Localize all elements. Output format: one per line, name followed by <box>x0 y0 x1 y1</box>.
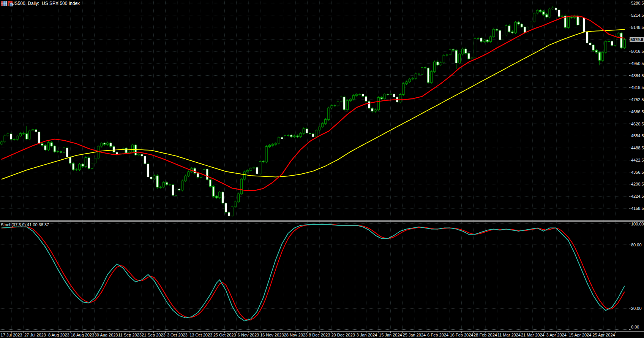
price-axis-label: 5280.5 <box>631 1 644 5</box>
price-axis-label: 4950.5 <box>631 62 644 66</box>
price-axis-label: 4356.5 <box>631 170 644 175</box>
price-axis-label: 4488.5 <box>631 146 644 150</box>
time-axis-label: 6 Nov 2023 <box>238 333 259 337</box>
time-axis-label: 6 Feb 2024 <box>427 333 448 337</box>
price-axis-label: 5214.5 <box>631 13 644 17</box>
time-axis-label: 16 Feb 2024 <box>450 333 474 337</box>
time-axis-label: 11 Sep 2023 <box>118 333 142 337</box>
price-axis-label: 4752.5 <box>631 98 644 102</box>
price-axis-label: 4290.5 <box>631 182 644 186</box>
time-axis-label: 20 Dec 2023 <box>331 333 355 337</box>
time-axis-label: 8 Aug 2023 <box>48 333 69 337</box>
price-axis-label: 4884.5 <box>631 74 644 78</box>
price-axis-label: 5148.5 <box>631 25 644 30</box>
price-axis-label: 4422.5 <box>631 158 644 162</box>
time-axis-label: 15 Jan 2024 <box>379 333 402 337</box>
stochastic-indicator-label: Stoch(37,3,9) 41.00 38.37 <box>1 222 49 227</box>
time-axis-label: 16 Nov 2023 <box>260 333 284 337</box>
stoch-axis-label: 80.00 <box>631 243 642 247</box>
stoch-axis-label: 20.00 <box>631 306 642 311</box>
time-axis-label: 27 Jul 2023 <box>24 333 46 337</box>
time-axis-label: 8 Dec 2023 <box>309 333 330 337</box>
time-axis-label: 15 Apr 2024 <box>569 333 591 337</box>
chart-window: US500, Daily: US SPX 500 Index Stoch(37,… <box>0 0 644 338</box>
time-axis-label: 13 Oct 2023 <box>189 333 212 337</box>
time-axis-label: 18 Aug 2023 <box>71 333 94 337</box>
stoch-axis-label: 100.00 <box>631 222 644 226</box>
price-axis-label: 4686.5 <box>631 110 644 114</box>
price-axis-label: 4158.5 <box>631 206 644 211</box>
price-axis-label: 4818.5 <box>631 86 644 90</box>
current-price-tag: 5079.6 <box>630 37 644 42</box>
time-axis-label: 3 Oct 2023 <box>167 333 188 337</box>
price-axis-label: 4620.5 <box>631 122 644 126</box>
time-axis-label: 28 Feb 2024 <box>474 333 497 337</box>
time-axis-label: 17 Jul 2023 <box>1 333 22 337</box>
price-axis-label: 4224.5 <box>631 194 644 198</box>
time-axis-label: 3 Jan 2024 <box>357 333 377 337</box>
stoch-axis-label: 0.00 <box>631 325 639 329</box>
price-axis-label: 4554.5 <box>631 134 644 138</box>
time-axis-label: 21 Mar 2024 <box>521 333 545 337</box>
time-axis-label: 3 Apr 2024 <box>546 333 567 337</box>
chart-title: US500, Daily: US SPX 500 Index <box>11 1 80 6</box>
time-axis-label: 11 Mar 2024 <box>497 333 521 337</box>
price-chart-canvas[interactable] <box>0 0 644 338</box>
time-axis-label: 28 Nov 2023 <box>284 333 308 337</box>
time-axis-label: 25 Apr 2024 <box>592 333 615 337</box>
time-axis-label: 25 Oct 2023 <box>213 333 236 337</box>
time-axis-label: 21 Sep 2023 <box>142 333 165 337</box>
chart-grid-icon <box>1 1 7 6</box>
time-axis-label: 30 Aug 2023 <box>95 333 118 337</box>
price-axis-label: 5016.5 <box>631 49 644 54</box>
time-axis-label: 25 Jan 2024 <box>403 333 426 337</box>
